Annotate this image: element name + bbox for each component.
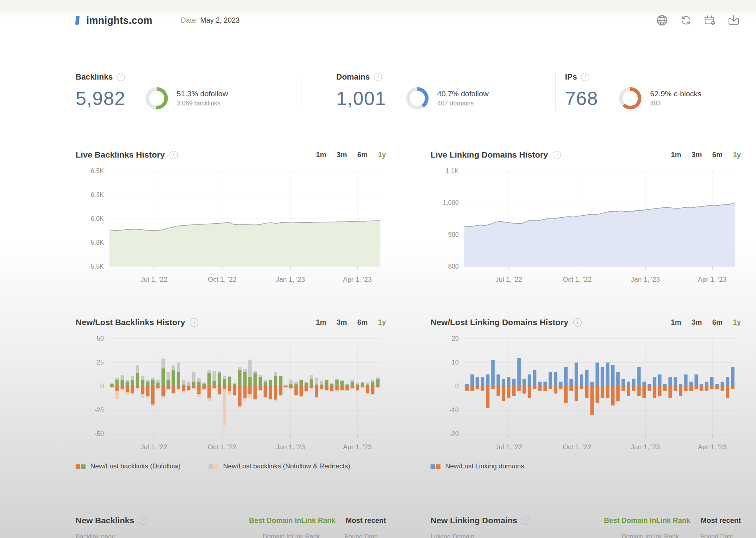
stat-domains-label: Domains: [336, 72, 370, 82]
range-1m[interactable]: 1m: [316, 318, 326, 327]
info-icon[interactable]: i: [573, 318, 582, 327]
new-backlinks-title: New Backlinks: [76, 516, 134, 525]
globe-icon[interactable]: [656, 14, 668, 27]
domains-legend: New/Lost Linking domains: [431, 462, 524, 470]
blue-swatch-icon: [431, 464, 435, 469]
time-range-selector: 1m 3m 6m 1y: [671, 318, 741, 327]
new-backlinks-section: New Backlinks i Best Domain InLink Rank …: [76, 516, 386, 525]
svg-text:5.8K: 5.8K: [91, 239, 104, 246]
stat-ips-sub: 483: [650, 100, 701, 107]
svg-text:1.1K: 1.1K: [446, 168, 459, 174]
svg-text:0: 0: [100, 383, 104, 390]
backlinks-donut-chart: [146, 87, 168, 109]
svg-text:-25: -25: [95, 407, 104, 413]
site-title: imnights.com: [86, 15, 152, 26]
info-icon[interactable]: i: [139, 517, 147, 525]
svg-text:Jul 1, '22: Jul 1, '22: [140, 443, 168, 451]
orange-swatch-icon: [436, 464, 440, 469]
svg-text:Oct 1, '22: Oct 1, '22: [208, 276, 236, 283]
col-domain-inlink-rank[interactable]: Domain InLink Rank: [622, 533, 679, 538]
range-1m[interactable]: 1m: [316, 151, 326, 159]
new-linking-domains-section: New Linking Domains i Best Domain InLink…: [431, 516, 741, 525]
separator: [76, 130, 748, 130]
svg-text:Jul 1, '22: Jul 1, '22: [495, 443, 522, 451]
info-icon[interactable]: i: [522, 517, 530, 525]
time-range-selector: 1m 3m 6m 1y: [671, 151, 741, 159]
live-linking-domains-chart: 1.1K1,000900800Jul 1, '22Oct 1, '22Jan 1…: [431, 166, 741, 289]
range-6m[interactable]: 6m: [712, 151, 723, 159]
sort-best-inlink-rank[interactable]: Best Domain InLink Rank: [249, 517, 335, 525]
pale-swatch-icon: [214, 464, 218, 469]
info-icon[interactable]: i: [374, 73, 382, 81]
svg-text:Apr 1, '23: Apr 1, '23: [698, 443, 727, 451]
info-icon[interactable]: i: [117, 73, 125, 81]
domains-donut-chart: [406, 87, 429, 109]
sort-most-recent[interactable]: Most recent: [346, 517, 386, 525]
legend-nofollow: New/Lost backlinks (Nofollow & Redirects…: [208, 462, 350, 470]
range-6m[interactable]: 6m: [357, 151, 368, 159]
svg-text:20: 20: [452, 335, 459, 342]
new-lost-backlinks-history-panel: New/Lost Backlinks History i 1m 3m 6m 1y…: [76, 316, 386, 456]
col-linking-domain[interactable]: Linking Domain: [431, 533, 474, 538]
range-1m[interactable]: 1m: [671, 151, 681, 159]
live-backlinks-history-panel: Live Backlinks History i 1m 3m 6m 1y 6.5…: [76, 148, 386, 289]
info-icon[interactable]: i: [553, 151, 561, 159]
svg-text:6.0K: 6.0K: [91, 215, 104, 222]
info-icon[interactable]: i: [190, 318, 198, 327]
calendar-alert-icon[interactable]: [703, 14, 716, 27]
range-3m[interactable]: 3m: [692, 318, 702, 327]
svg-text:Oct 1, '22: Oct 1, '22: [208, 443, 236, 451]
legend-dofollow: New/Lost backlinks (Dofollow): [76, 462, 181, 470]
range-3m[interactable]: 3m: [692, 151, 702, 159]
range-3m[interactable]: 3m: [337, 151, 347, 159]
time-range-selector: 1m 3m 6m 1y: [316, 151, 386, 159]
col-found-date[interactable]: Found Date: [345, 533, 378, 538]
stat-ips-percent: 62.9% c-blocks: [650, 90, 701, 98]
stat-domains-value: 1,001: [336, 88, 404, 109]
separator: [76, 54, 748, 54]
stat-divider: [555, 72, 556, 111]
page-header: imnights.com Date:May 2, 2023: [76, 11, 740, 29]
svg-text:50: 50: [97, 335, 104, 342]
col-domain-inlink-rank[interactable]: Domain InLink Rank: [263, 533, 320, 538]
stat-domains-percent: 40.7% dofollow: [437, 90, 489, 98]
stat-ips-label: IPs: [565, 72, 577, 82]
new-lost-backlinks-chart: 50250-25-50Jul 1, '22Oct 1, '22Jan 1, '2…: [76, 333, 386, 456]
svg-text:800: 800: [448, 263, 459, 270]
sort-most-recent[interactable]: Most recent: [701, 517, 741, 525]
green-swatch-icon: [81, 464, 86, 469]
separator: [76, 499, 748, 500]
svg-text:1,000: 1,000: [443, 199, 459, 206]
range-1m[interactable]: 1m: [671, 318, 681, 327]
range-3m[interactable]: 3m: [337, 318, 347, 327]
range-1y[interactable]: 1y: [733, 318, 741, 327]
info-icon[interactable]: i: [170, 151, 178, 159]
col-found-date[interactable]: Found Date: [700, 533, 734, 538]
range-1y[interactable]: 1y: [733, 151, 741, 159]
svg-text:Oct 1, '22: Oct 1, '22: [563, 276, 591, 283]
new-lost-backlinks-history-title: New/Lost Backlinks History: [76, 318, 185, 327]
svg-text:Jul 1, '22: Jul 1, '22: [140, 276, 168, 283]
range-1y[interactable]: 1y: [378, 151, 386, 159]
live-backlinks-chart: 6.5K6.3K6.0K5.8K5.5KJul 1, '22Oct 1, '22…: [76, 166, 386, 289]
backlinks-legend: New/Lost backlinks (Dofollow) New/Lost b…: [76, 462, 350, 470]
svg-text:Apr 1, '23: Apr 1, '23: [343, 443, 372, 451]
svg-text:Jan 1, '23: Jan 1, '23: [276, 443, 305, 451]
info-icon[interactable]: i: [581, 73, 589, 81]
stat-domains: Domains i 1,001 40.7% dofollow 407 domai…: [336, 72, 489, 109]
range-1y[interactable]: 1y: [378, 318, 386, 327]
header-divider: [167, 13, 167, 28]
download-icon[interactable]: [727, 14, 740, 27]
sort-best-inlink-rank[interactable]: Best Domain InLink Rank: [604, 517, 690, 525]
live-linking-domains-history-panel: Live Linking Domains History i 1m 3m 6m …: [431, 148, 741, 289]
stat-domains-sub: 407 domains: [437, 100, 489, 107]
svg-text:-50: -50: [95, 431, 104, 437]
svg-text:6.5K: 6.5K: [91, 168, 104, 174]
gray-swatch-icon: [208, 464, 213, 469]
range-6m[interactable]: 6m: [357, 318, 368, 327]
svg-text:Jan 1, '23: Jan 1, '23: [631, 276, 660, 283]
range-6m[interactable]: 6m: [712, 318, 723, 327]
col-backlink-page[interactable]: Backlink page: [76, 533, 115, 538]
refresh-icon[interactable]: [680, 14, 692, 27]
stat-backlinks-value: 5,982: [76, 88, 143, 109]
